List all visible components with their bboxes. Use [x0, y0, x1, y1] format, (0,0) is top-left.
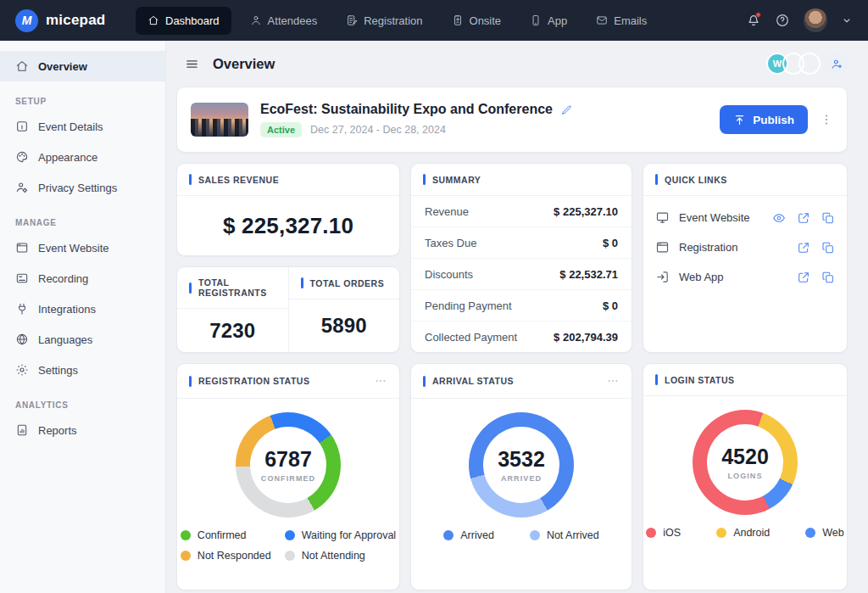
- add-collaborator-button[interactable]: [826, 53, 848, 75]
- globe-icon: [15, 333, 29, 346]
- publish-button[interactable]: Publish: [720, 105, 808, 134]
- sidebar-item-label: Settings: [38, 364, 78, 377]
- sidebar-item-integrations[interactable]: Integrations: [0, 294, 165, 324]
- sidebar-item-languages[interactable]: Languages: [0, 324, 165, 355]
- quick-links-card: QUICK LINKS Event WebsiteRegistrationWeb…: [643, 163, 848, 353]
- event-info: EcoFest: Sustainability Expo and Confere…: [260, 102, 573, 137]
- status-badge: Active: [260, 122, 302, 137]
- quick-link-label: Event Website: [679, 211, 750, 224]
- card-title: LOGIN STATUS: [665, 375, 735, 385]
- registration-icon: [346, 14, 358, 26]
- login-icon: [655, 270, 670, 284]
- sidebar: OverviewSETUPEvent DetailsAppearancePriv…: [0, 41, 166, 593]
- summary-label: Revenue: [425, 205, 469, 218]
- legend-label: Not Arrived: [547, 529, 599, 541]
- accent-bar: [189, 283, 192, 294]
- sidebar-item-recording[interactable]: Recording: [0, 263, 165, 294]
- chart-legend: iOSAndroidWeb: [643, 527, 847, 539]
- email-icon: [596, 14, 608, 26]
- onsite-icon: [452, 14, 464, 26]
- card-menu-icon[interactable]: [606, 374, 620, 388]
- legend-dot: [181, 551, 191, 561]
- nav-item-registration[interactable]: Registration: [336, 8, 432, 33]
- nav-item-app[interactable]: App: [520, 8, 577, 33]
- edit-icon[interactable]: [560, 103, 573, 116]
- browser-icon: [15, 241, 29, 255]
- nav-item-dashboard[interactable]: Dashboard: [136, 7, 231, 35]
- legend-item-waiting-for-approval: Waiting for Approval: [285, 529, 396, 541]
- more-options-icon[interactable]: [820, 113, 833, 126]
- accent-bar: [301, 277, 303, 288]
- accent-bar: [189, 174, 192, 185]
- eye-icon[interactable]: [772, 211, 786, 225]
- legend-label: Not Attending: [302, 550, 365, 562]
- external-link-icon[interactable]: [797, 211, 810, 225]
- card-title: SALES REVENUE: [198, 175, 279, 185]
- sidebar-item-label: Languages: [38, 333, 92, 346]
- bell-icon[interactable]: [746, 13, 761, 28]
- event-title: EcoFest: Sustainability Expo and Confere…: [260, 102, 553, 117]
- help-icon[interactable]: [775, 13, 790, 28]
- legend-item-not-attending: Not Attending: [285, 550, 396, 562]
- sidebar-item-overview[interactable]: Overview: [0, 51, 165, 81]
- nav-item-emails[interactable]: Emails: [586, 8, 657, 33]
- person-icon: [250, 14, 262, 26]
- sidebar-item-event-details[interactable]: Event Details: [0, 111, 165, 142]
- donut-center-value: 4520: [721, 445, 769, 469]
- nav-item-attendees[interactable]: Attendees: [240, 8, 328, 33]
- event-thumbnail: [191, 103, 248, 137]
- legend-dot: [530, 530, 540, 540]
- total-registrants-value: 7230: [177, 309, 288, 352]
- sidebar-item-settings[interactable]: Settings: [0, 355, 165, 385]
- nav-item-label: App: [548, 14, 567, 27]
- dashboard-grid: SALES REVENUE $ 225,327.10 TOTAL REGISTR…: [176, 163, 848, 590]
- chevron-down-icon[interactable]: [841, 14, 853, 26]
- page-title: Overview: [213, 56, 275, 72]
- quick-link-web-app: Web App: [643, 262, 847, 292]
- summary-row-discounts: Discounts$ 22,532.71: [411, 259, 632, 290]
- info-icon: [15, 120, 29, 133]
- summary-rows: Revenue$ 225,327.10Taxes Due$ 0Discounts…: [411, 196, 632, 352]
- legend-dot: [285, 551, 295, 561]
- menu-icon[interactable]: [185, 57, 199, 71]
- main-content: Overview W EcoFest: Sustainability Expo …: [166, 41, 868, 593]
- donut-center-label: LOGINS: [727, 472, 762, 480]
- collaborator-avatars: W: [772, 53, 848, 75]
- summary-row-collected-payment: Collected Payment$ 202,794.39: [411, 322, 632, 352]
- card-menu-icon[interactable]: [374, 374, 387, 388]
- legend-item-web: Web: [805, 527, 843, 539]
- browser-icon: [655, 240, 670, 255]
- card-title: ARRIVAL STATUS: [432, 376, 514, 386]
- primary-nav: DashboardAttendeesRegistrationOnsiteAppE…: [136, 7, 746, 35]
- external-link-icon[interactable]: [797, 271, 810, 284]
- copy-icon[interactable]: [821, 211, 835, 225]
- external-link-icon[interactable]: [797, 241, 810, 255]
- sidebar-item-privacy-settings[interactable]: Privacy Settings: [0, 172, 165, 203]
- legend-label: Confirmed: [198, 529, 247, 541]
- legend-dot: [285, 530, 295, 540]
- sidebar-item-label: Privacy Settings: [38, 182, 117, 194]
- sidebar-item-reports[interactable]: Reports: [0, 415, 165, 445]
- legend-dot: [181, 530, 191, 540]
- sidebar-item-event-website[interactable]: Event Website: [0, 232, 165, 263]
- gear-icon: [15, 363, 29, 377]
- copy-icon[interactable]: [821, 241, 835, 255]
- sidebar-item-appearance[interactable]: Appearance: [0, 142, 165, 172]
- home-icon: [147, 14, 159, 26]
- donut-center-value: 3532: [498, 447, 545, 472]
- person-plus-icon: [831, 58, 843, 70]
- app-icon: [530, 14, 542, 26]
- user-avatar[interactable]: [804, 8, 827, 32]
- brand[interactable]: M micepad: [15, 9, 136, 32]
- nav-item-onsite[interactable]: Onsite: [442, 8, 512, 33]
- palette-icon: [15, 150, 29, 164]
- arrival-donut-chart: 3532ARRIVED: [469, 412, 574, 517]
- avatar-woman[interactable]: [798, 53, 821, 75]
- sidebar-section-analytics: ANALYTICS: [0, 385, 165, 415]
- quick-links-list: Event WebsiteRegistrationWeb App: [643, 196, 847, 299]
- recording-icon: [15, 271, 29, 285]
- sidebar-item-label: Event Website: [38, 242, 109, 255]
- accent-bar: [189, 376, 192, 387]
- copy-icon[interactable]: [821, 271, 835, 284]
- legend-item-confirmed: Confirmed: [181, 529, 271, 541]
